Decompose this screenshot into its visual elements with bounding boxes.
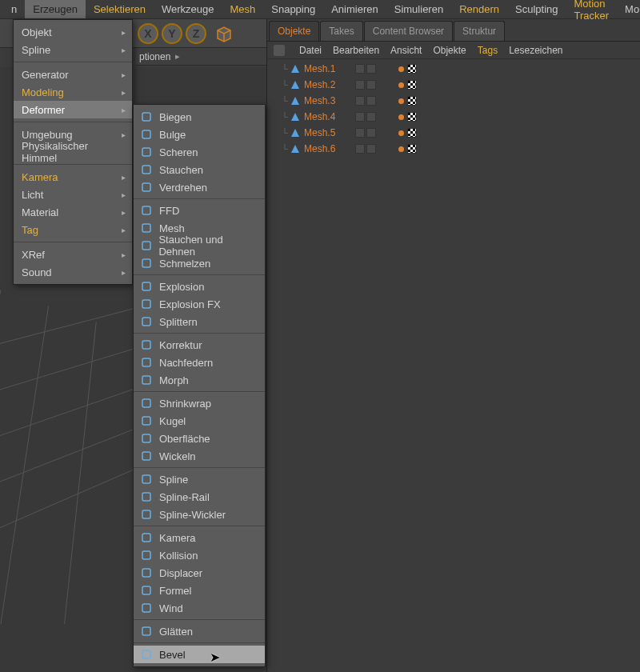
menu-item-modeling[interactable]: Modeling▸ (14, 83, 132, 101)
menu-n[interactable]: n (3, 0, 25, 18)
menu-item-objekt[interactable]: Objekt▸ (14, 23, 132, 41)
axis-x-button[interactable]: X (138, 23, 158, 44)
object-row[interactable]: └Mesh.6 (267, 141, 640, 157)
deformer-kollision[interactable]: Kollision (134, 546, 265, 564)
deformer-splittern[interactable]: Splittern (134, 313, 265, 330)
visibility-toggles[interactable] (355, 112, 376, 122)
menu-werkzeuge[interactable]: Werkzeuge (154, 0, 222, 18)
object-row[interactable]: └Mesh.1 (267, 61, 640, 77)
deformer-formel[interactable]: Formel (134, 582, 265, 599)
object-name[interactable]: Mesh.4 (304, 111, 352, 122)
texture-tag-icon[interactable] (407, 96, 417, 106)
phong-tag-icon[interactable] (398, 82, 404, 88)
deformer-nachfedern[interactable]: Nachfedern (134, 354, 265, 371)
visibility-toggles[interactable] (355, 80, 376, 90)
deformer-scheren[interactable]: Scheren (134, 143, 265, 161)
deformer-ffd[interactable]: FFD (134, 202, 265, 219)
deformer-glätten[interactable]: Glätten (134, 622, 265, 640)
object-row[interactable]: └Mesh.2 (267, 77, 640, 93)
menu-erzeugen[interactable]: Erzeugen (25, 0, 86, 18)
tags[interactable] (398, 144, 417, 154)
deformer-kamera[interactable]: Kamera (134, 529, 265, 546)
menu-item-spline[interactable]: Spline▸ (14, 41, 132, 58)
deformer-morph[interactable]: Morph (134, 371, 265, 389)
phong-tag-icon[interactable] (398, 146, 404, 152)
panel-menu-lesezeichen[interactable]: Lesezeichen (509, 45, 562, 56)
menu-item-physikalischer-himmel[interactable]: Physikalischer Himmel (14, 143, 132, 161)
phong-tag-icon[interactable] (398, 130, 404, 136)
deformer-wickeln[interactable]: Wickeln (134, 447, 265, 465)
tab-objekte[interactable]: Objekte (269, 21, 319, 41)
texture-tag-icon[interactable] (407, 64, 417, 74)
object-name[interactable]: Mesh.2 (304, 79, 352, 90)
panel-menu-tags[interactable]: Tags (478, 45, 498, 56)
texture-tag-icon[interactable] (407, 112, 417, 122)
object-name[interactable]: Mesh.1 (304, 63, 352, 74)
object-name[interactable]: Mesh.5 (304, 127, 352, 138)
tags[interactable] (398, 80, 417, 90)
object-tree[interactable]: └Mesh.1└Mesh.2└Mesh.3└Mesh.4└Mesh.5└Mesh… (267, 59, 640, 158)
phong-tag-icon[interactable] (398, 114, 404, 120)
deformer-biegen[interactable]: Biegen (134, 108, 265, 126)
deformer-spline-wickler[interactable]: Spline-Wickler (134, 506, 265, 523)
tags[interactable] (398, 112, 417, 122)
visibility-toggles[interactable] (355, 144, 376, 154)
menu-item-generator[interactable]: Generator▸ (14, 66, 132, 83)
menu-item-tag[interactable]: Tag▸ (14, 221, 132, 238)
menu-sculpting[interactable]: Sculpting (507, 0, 566, 18)
cube-icon[interactable] (213, 22, 235, 45)
deformer-wind[interactable]: Wind (134, 599, 265, 617)
deformer-oberfläche[interactable]: Oberfläche (134, 430, 265, 447)
menu-item-sound[interactable]: Sound▸ (14, 263, 132, 281)
object-row[interactable]: └Mesh.3 (267, 93, 640, 109)
tags[interactable] (398, 96, 417, 106)
deformer-bevel[interactable]: Bevel (134, 646, 265, 663)
deformer-stauchen-und-dehnen[interactable]: Stauchen und Dehnen (134, 237, 265, 254)
visibility-toggles[interactable] (355, 96, 376, 106)
panel-menu-objekte[interactable]: Objekte (433, 45, 466, 56)
deformer-verdrehen[interactable]: Verdrehen (134, 178, 265, 196)
panel-menu-bearbeiten[interactable]: Bearbeiten (333, 45, 379, 56)
object-name[interactable]: Mesh.3 (304, 95, 352, 106)
menu-item-material[interactable]: Material▸ (14, 203, 132, 221)
object-name[interactable]: Mesh.6 (304, 143, 352, 154)
texture-tag-icon[interactable] (407, 128, 417, 138)
deformer-displacer[interactable]: Displacer (134, 564, 265, 582)
visibility-toggles[interactable] (355, 128, 376, 138)
menu-snapping[interactable]: Snapping (263, 0, 323, 18)
deformer-explosion[interactable]: Explosion (134, 278, 265, 295)
menu-selektieren[interactable]: Selektieren (86, 0, 154, 18)
phong-tag-icon[interactable] (398, 66, 404, 72)
object-row[interactable]: └Mesh.5 (267, 125, 640, 141)
panel-menu-ansicht[interactable]: Ansicht (390, 45, 422, 56)
phong-tag-icon[interactable] (398, 98, 404, 104)
deformer-korrektur[interactable]: Korrektur (134, 336, 265, 354)
menu-item-licht[interactable]: Licht▸ (14, 186, 132, 203)
tags[interactable] (398, 64, 417, 74)
deformer-shrinkwrap[interactable]: Shrinkwrap (134, 394, 265, 412)
texture-tag-icon[interactable] (407, 80, 417, 90)
deformer-explosion-fx[interactable]: Explosion FX (134, 295, 265, 313)
tab-struktur[interactable]: Struktur (454, 21, 505, 41)
menu-animieren[interactable]: Animieren (323, 0, 386, 18)
menu-item-xref[interactable]: XRef▸ (14, 246, 132, 263)
deformer-stauchen[interactable]: Stauchen (134, 161, 265, 178)
menu-simulieren[interactable]: Simulieren (386, 0, 451, 18)
tab-content-browser[interactable]: Content Browser (364, 21, 453, 41)
tags[interactable] (398, 128, 417, 138)
axis-z-button[interactable]: Z (186, 23, 206, 44)
object-row[interactable]: └Mesh.4 (267, 109, 640, 125)
deformer-spline-rail[interactable]: Spline-Rail (134, 488, 265, 506)
panel-menu-datei[interactable]: Datei (299, 45, 322, 56)
deformer-bulge[interactable]: Bulge (134, 126, 265, 143)
deformer-submenu[interactable]: BiegenBulgeScherenStauchenVerdrehenFFDMe… (133, 104, 266, 667)
menu-item-kamera[interactable]: Kamera▸ (14, 168, 132, 186)
visibility-toggles[interactable] (355, 64, 376, 74)
tab-takes[interactable]: Takes (320, 21, 362, 41)
menu-rendern[interactable]: Rendern (451, 0, 507, 18)
menu-mograph[interactable]: MoGraph (617, 0, 640, 18)
axis-y-button[interactable]: Y (162, 23, 182, 44)
deformer-spline[interactable]: Spline (134, 470, 265, 488)
menu-mesh[interactable]: Mesh (222, 0, 263, 18)
create-menu[interactable]: Objekt▸Spline▸Generator▸Modeling▸Deforme… (13, 19, 133, 285)
